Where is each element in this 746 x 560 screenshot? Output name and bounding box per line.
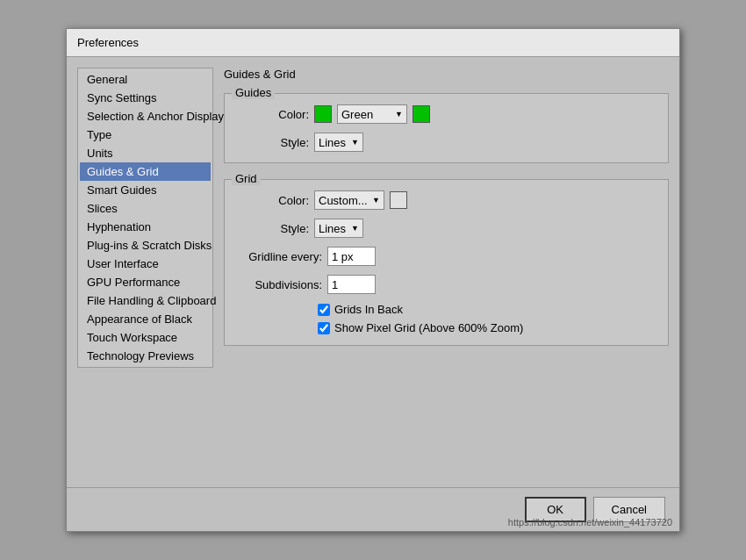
sidebar-item-technology-previews[interactable]: Technology Previews	[80, 347, 211, 365]
url-bar: https://blog.csdn.net/weixin_44173720	[508, 517, 672, 528]
guides-style-select-wrapper: Lines Dots	[314, 133, 363, 152]
sidebar-item-general[interactable]: General	[80, 70, 211, 89]
guides-color-select-wrapper: Green Cyan Custom...	[337, 104, 407, 124]
dialog-body: General Sync Settings Selection & Anchor…	[67, 57, 679, 487]
guides-color-icon	[314, 105, 332, 123]
sidebar-item-guides-grid[interactable]: Guides & Grid	[80, 162, 211, 181]
grid-group: Grid Color: Custom... Black White Style:	[224, 179, 669, 346]
dialog-title: Preferences	[77, 36, 139, 49]
grids-in-back-checkbox[interactable]	[318, 304, 330, 316]
guides-group: Guides Color: Green Cyan Custom... Style…	[224, 93, 669, 163]
gridline-input[interactable]	[327, 247, 376, 266]
gridline-label: Gridline every:	[239, 250, 322, 263]
grid-style-row: Style: Lines Dots	[239, 219, 654, 238]
show-pixel-grid-label: Show Pixel Grid (Above 600% Zoom)	[334, 321, 523, 334]
show-pixel-grid-checkbox[interactable]	[318, 322, 330, 334]
section-title: Guides & Grid	[224, 68, 669, 81]
sidebar-item-units[interactable]: Units	[80, 144, 211, 162]
subdivisions-input[interactable]	[327, 275, 376, 294]
guides-color-select[interactable]: Green Cyan Custom...	[337, 104, 407, 124]
guides-legend: Guides	[232, 86, 275, 99]
preferences-dialog: Preferences General Sync Settings Select…	[66, 28, 680, 532]
sidebar-item-user-interface[interactable]: User Interface	[80, 255, 211, 273]
guides-color-preview	[412, 105, 430, 123]
grid-color-row: Color: Custom... Black White	[239, 190, 654, 210]
gridline-row: Gridline every:	[239, 247, 654, 266]
guides-style-row: Style: Lines Dots	[239, 133, 654, 152]
grid-style-select[interactable]: Lines Dots	[314, 219, 363, 238]
grid-legend: Grid	[232, 172, 261, 185]
grid-style-select-wrapper: Lines Dots	[314, 219, 363, 238]
sidebar-item-selection-anchor[interactable]: Selection & Anchor Display	[80, 107, 211, 126]
sidebar-item-sync-settings[interactable]: Sync Settings	[80, 89, 211, 107]
sidebar-item-smart-guides[interactable]: Smart Guides	[80, 181, 211, 199]
sidebar-item-type[interactable]: Type	[80, 126, 211, 144]
sidebar-item-hyphenation[interactable]: Hyphenation	[80, 218, 211, 236]
grids-in-back-label: Grids In Back	[334, 303, 403, 316]
sidebar-item-gpu-performance[interactable]: GPU Performance	[80, 273, 211, 291]
show-pixel-grid-row: Show Pixel Grid (Above 600% Zoom)	[318, 321, 654, 334]
sidebar-item-appearance-black[interactable]: Appearance of Black	[80, 310, 211, 328]
sidebar-item-touch-workspace[interactable]: Touch Workspace	[80, 328, 211, 347]
guides-style-label: Style:	[239, 136, 309, 149]
grid-color-select-wrapper: Custom... Black White	[314, 190, 384, 210]
grid-style-label: Style:	[239, 222, 309, 235]
guides-color-label: Color:	[239, 108, 309, 121]
sidebar-item-slices[interactable]: Slices	[80, 199, 211, 218]
grid-color-preview	[390, 191, 407, 209]
grid-color-select[interactable]: Custom... Black White	[314, 190, 384, 210]
sidebar-item-file-handling[interactable]: File Handling & Clipboard	[80, 291, 211, 310]
subdivisions-label: Subdivisions:	[239, 278, 322, 291]
grid-color-label: Color:	[239, 194, 309, 207]
sidebar: General Sync Settings Selection & Anchor…	[77, 68, 213, 368]
subdivisions-row: Subdivisions:	[239, 275, 654, 294]
grids-in-back-row: Grids In Back	[318, 303, 654, 316]
main-content: Guides & Grid Guides Color: Green Cyan C…	[224, 68, 669, 477]
guides-color-row: Color: Green Cyan Custom...	[239, 104, 654, 124]
dialog-titlebar: Preferences	[67, 29, 679, 57]
sidebar-item-plugins[interactable]: Plug-ins & Scratch Disks	[80, 236, 211, 255]
guides-style-select[interactable]: Lines Dots	[314, 133, 363, 152]
